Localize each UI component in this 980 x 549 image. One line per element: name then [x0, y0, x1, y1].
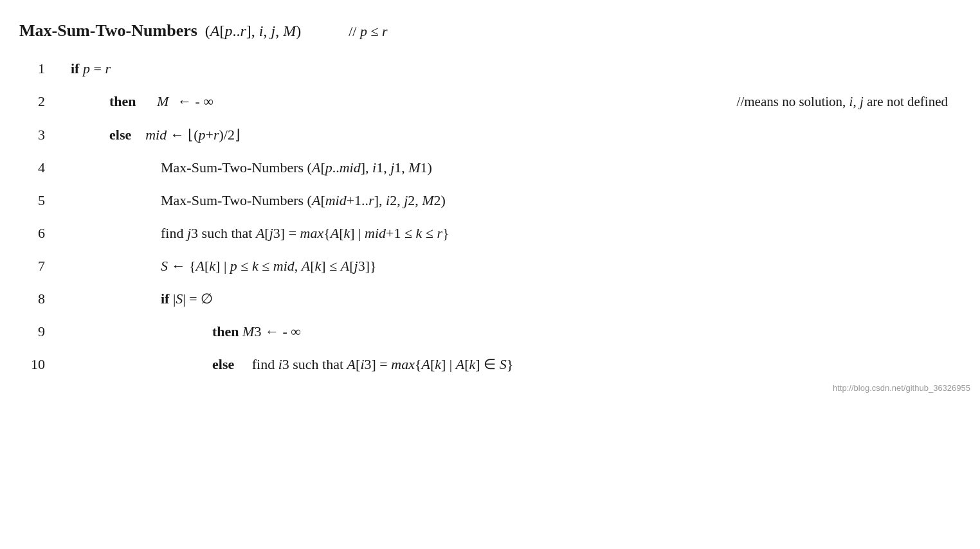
keyword-if-8: if — [161, 288, 169, 309]
line-5: 5 Max-Sum-Two-Numbers (A[mid+1..r], i2, … — [19, 190, 954, 211]
line-2-content: then M ← - ∞ //means no solution, i, j a… — [109, 91, 954, 113]
line-number-10: 10 — [19, 354, 58, 375]
line-1: 1 if p = r — [19, 58, 954, 79]
line-6: 6 find j3 such that A[j3] = max{A[k] | m… — [19, 222, 954, 244]
algorithm-container: Max-Sum-Two-Numbers (A[p..r], i, j, M) /… — [0, 0, 980, 399]
line-10-content: else find i3 such that A[i3] = max{A[k] … — [212, 354, 954, 375]
algorithm-precondition: // p ≤ r — [334, 22, 387, 42]
algorithm-params: (A[p..r], i, j, M) — [205, 21, 301, 42]
line-number-5: 5 — [19, 190, 58, 211]
line-number-8: 8 — [19, 288, 58, 309]
var-mid-3: mid — [145, 124, 167, 145]
line-number-3: 3 — [19, 124, 58, 145]
line-8: 8 if |S| = ∅ — [19, 288, 954, 309]
line-7-content: S ← {A[k] | p ≤ k ≤ mid, A[k] ≤ A[j3]} — [161, 255, 954, 276]
line-number-2: 2 — [19, 91, 58, 112]
condition-1: p — [83, 58, 90, 79]
line-6-content: find j3 such that A[j3] = max{A[k] | mid… — [161, 222, 954, 244]
line-4: 4 Max-Sum-Two-Numbers (A[p..mid], i1, j1… — [19, 157, 954, 178]
line-2-statement: then M ← - ∞ — [109, 91, 213, 112]
line-number-6: 6 — [19, 222, 58, 244]
line-9-content: then M3 ← - ∞ — [212, 321, 954, 342]
comment-2: //means no solution, i, j are not define… — [737, 92, 954, 113]
line-3: 3 else mid ← ⌊(p+r)/2⌋ — [19, 124, 954, 145]
line-9: 9 then M3 ← - ∞ — [19, 321, 954, 342]
line-number-4: 4 — [19, 157, 58, 178]
keyword-else-3: else — [109, 124, 131, 145]
line-number-9: 9 — [19, 321, 58, 342]
condition-1b: r — [105, 58, 111, 79]
line-4-content: Max-Sum-Two-Numbers (A[p..mid], i1, j1, … — [161, 157, 954, 178]
keyword-then-2: then — [109, 91, 136, 112]
line-number-7: 7 — [19, 255, 58, 276]
algorithm-name: Max-Sum-Two-Numbers — [19, 19, 197, 42]
line-3-content: else mid ← ⌊(p+r)/2⌋ — [109, 124, 954, 145]
var-M-2: M — [157, 91, 168, 112]
keyword-then-9: then — [212, 321, 239, 342]
algorithm-title: Max-Sum-Two-Numbers (A[p..r], i, j, M) /… — [19, 19, 954, 42]
line-5-content: Max-Sum-Two-Numbers (A[mid+1..r], i2, j2… — [161, 190, 954, 211]
line-1-content: if p = r — [71, 58, 954, 79]
watermark: http://blog.csdn.net/github_36326955 — [833, 383, 970, 393]
keyword-else-10: else — [212, 354, 234, 375]
line-8-content: if |S| = ∅ — [161, 288, 954, 309]
line-7: 7 S ← {A[k] | p ≤ k ≤ mid, A[k] ≤ A[j3]} — [19, 255, 954, 276]
line-10: 10 else find i3 such that A[i3] = max{A[… — [19, 354, 954, 375]
line-number-1: 1 — [19, 58, 58, 79]
keyword-if-1: if — [71, 58, 79, 79]
line-2: 2 then M ← - ∞ //means no solution, i, j… — [19, 91, 954, 113]
